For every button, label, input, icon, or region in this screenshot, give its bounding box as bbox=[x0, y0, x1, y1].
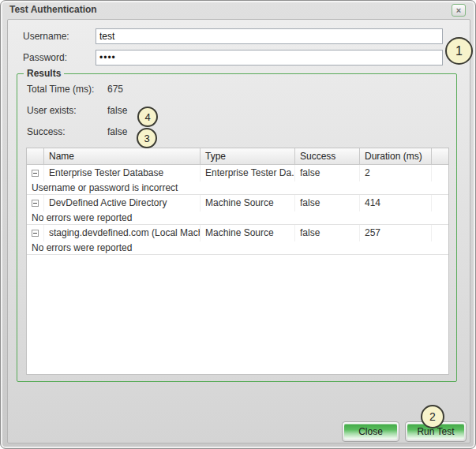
table-row-group: DevDefined Active Directory Machine Sour… bbox=[27, 195, 448, 225]
row-expander-cell bbox=[27, 165, 44, 181]
column-header-success[interactable]: Success bbox=[295, 148, 360, 164]
cell-name: Enterprise Tester Database bbox=[44, 165, 201, 181]
total-time-label: Total Time (ms): bbox=[27, 84, 94, 95]
dialog-title: Test Authentication bbox=[9, 4, 97, 15]
dialog-titlebar[interactable]: Test Authentication bbox=[1, 1, 475, 19]
password-field[interactable] bbox=[96, 50, 443, 65]
cell-success: false bbox=[295, 195, 360, 211]
cell-type: Machine Source bbox=[201, 195, 295, 211]
cell-type: Enterprise Tester Da... bbox=[201, 165, 295, 181]
username-label: Username: bbox=[23, 28, 69, 44]
table-row[interactable]: staging.devdefined.com (Local Machi... M… bbox=[27, 225, 448, 241]
user-exists-label: User exists: bbox=[27, 105, 77, 116]
annotation-circle-1: 1 bbox=[445, 37, 473, 65]
close-icon[interactable]: × bbox=[452, 4, 466, 17]
cell-name: DevDefined Active Directory bbox=[44, 195, 201, 211]
success-label: Success: bbox=[27, 126, 66, 137]
results-legend: Results bbox=[24, 67, 64, 80]
row-expander-cell bbox=[27, 225, 44, 241]
cell-duration: 257 bbox=[360, 225, 432, 241]
row-detail-message: No errors were reported bbox=[27, 241, 448, 255]
collapse-icon[interactable] bbox=[32, 170, 39, 177]
table-row[interactable]: DevDefined Active Directory Machine Sour… bbox=[27, 195, 448, 211]
username-field[interactable] bbox=[96, 28, 443, 44]
cell-spacer bbox=[432, 225, 448, 241]
column-header-type[interactable]: Type bbox=[201, 148, 295, 164]
annotation-circle-4: 4 bbox=[137, 107, 158, 127]
table-header-row: Name Type Success Duration (ms) bbox=[27, 148, 448, 165]
collapse-icon[interactable] bbox=[32, 200, 39, 207]
test-authentication-dialog: Test Authentication × Username: Password… bbox=[0, 0, 476, 449]
column-header-duration[interactable]: Duration (ms) bbox=[360, 148, 432, 164]
annotation-circle-2: 2 bbox=[421, 405, 444, 428]
total-time-value: 675 bbox=[107, 84, 123, 95]
cell-duration: 2 bbox=[360, 165, 432, 181]
table-row[interactable]: Enterprise Tester Database Enterprise Te… bbox=[27, 165, 448, 181]
annotation-circle-3: 3 bbox=[137, 128, 157, 148]
row-detail-message: No errors were reported bbox=[27, 211, 448, 225]
cell-type: Machine Source bbox=[201, 225, 295, 241]
collapse-icon[interactable] bbox=[32, 230, 39, 237]
column-header-spacer bbox=[432, 148, 448, 164]
user-exists-value: false bbox=[107, 105, 127, 116]
row-expander-cell bbox=[27, 195, 44, 211]
cell-success: false bbox=[295, 165, 360, 181]
cell-spacer bbox=[432, 195, 448, 211]
results-table: Name Type Success Duration (ms) Enterpri… bbox=[26, 148, 449, 375]
row-detail-message: Username or password is incorrect bbox=[27, 181, 448, 195]
success-value: false bbox=[107, 126, 127, 137]
column-header-name[interactable]: Name bbox=[44, 148, 201, 164]
cell-success: false bbox=[295, 225, 360, 241]
column-header-expander bbox=[27, 148, 44, 164]
table-row-group: Enterprise Tester Database Enterprise Te… bbox=[27, 165, 448, 195]
cell-spacer bbox=[432, 165, 448, 181]
table-row-group: staging.devdefined.com (Local Machi... M… bbox=[27, 225, 448, 255]
cell-name: staging.devdefined.com (Local Machi... bbox=[44, 225, 201, 241]
password-label: Password: bbox=[23, 50, 67, 65]
close-button[interactable]: Close bbox=[342, 421, 399, 442]
close-button-label: Close bbox=[344, 424, 397, 440]
cell-duration: 414 bbox=[360, 195, 432, 211]
